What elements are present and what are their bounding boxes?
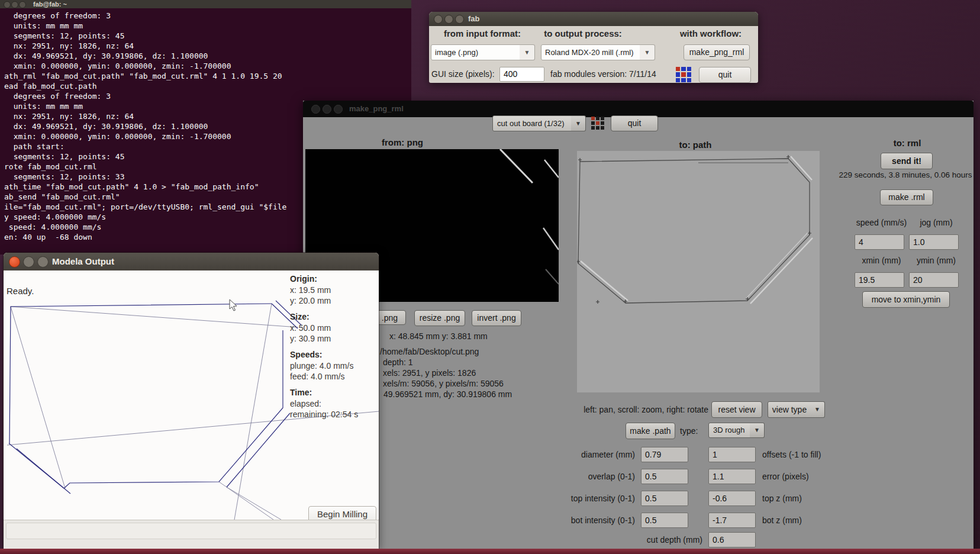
resize-png-button[interactable]: resize .png bbox=[414, 310, 465, 326]
close-icon[interactable] bbox=[4, 1, 11, 8]
close-icon[interactable] bbox=[311, 105, 320, 114]
feed-speed: feed: 4.0 mm/s bbox=[290, 372, 345, 381]
terminal-line: units: mm mm mm bbox=[4, 101, 83, 111]
cut-depth-input[interactable]: 0.6 bbox=[708, 532, 756, 547]
error-input[interactable]: 1.1 bbox=[708, 469, 756, 484]
minimize-icon[interactable] bbox=[444, 15, 453, 24]
invert-png-button[interactable]: invert .png bbox=[472, 310, 521, 326]
png-info-line: xels/m: 59056, y pixels/m: 59056 bbox=[383, 379, 504, 388]
modela-title: Modela Output bbox=[52, 256, 114, 266]
input-format-select[interactable]: image (.png) bbox=[431, 44, 521, 60]
fab-titlebar[interactable]: fab bbox=[429, 12, 758, 26]
speed-label: speed (mm/s) bbox=[847, 218, 915, 227]
preset-select[interactable]: cut out board (1/32) bbox=[492, 115, 572, 131]
make-rml-button[interactable]: make .rml bbox=[880, 189, 933, 205]
fab-window-title: fab bbox=[468, 14, 480, 23]
desktop: fab@fab: ~ degrees of freedom: 3 units: … bbox=[0, 0, 980, 554]
png-info-line: 49.969521 mm, dy: 30.919806 mm bbox=[383, 389, 512, 399]
close-icon[interactable] bbox=[9, 256, 20, 268]
speeds-header: Speeds: bbox=[290, 350, 322, 359]
terminal-line: nx: 2951, ny: 1826, nz: 64 bbox=[4, 41, 134, 51]
top-intensity-input[interactable]: 0.5 bbox=[641, 491, 688, 506]
chevron-down-icon[interactable]: ▼ bbox=[750, 423, 765, 438]
minimize-icon[interactable] bbox=[323, 105, 331, 114]
maximize-icon[interactable] bbox=[455, 15, 464, 24]
milling-time-text: 229 seconds, 3.8 minutes, 0.06 hours bbox=[814, 170, 980, 179]
diameter-input[interactable]: 0.79 bbox=[641, 447, 688, 462]
chevron-down-icon[interactable]: ▼ bbox=[571, 115, 586, 131]
origin-header: Origin: bbox=[290, 274, 317, 284]
bot-intensity-input[interactable]: 0.5 bbox=[641, 513, 688, 528]
png-info-line: xels: 2951, y pixels: 1826 bbox=[383, 368, 476, 378]
param-label: top intensity (0-1) bbox=[517, 494, 635, 503]
terminal-line: dx: 49.969521, dy: 30.919806, dz: 1.1000… bbox=[4, 51, 208, 61]
fab-window: fab from input format: to output process… bbox=[429, 12, 758, 83]
minimize-icon[interactable] bbox=[23, 256, 34, 268]
jog-input[interactable]: 1.0 bbox=[909, 234, 959, 250]
close-icon[interactable] bbox=[434, 15, 443, 24]
status-field bbox=[6, 523, 376, 539]
mouse-cursor-icon bbox=[229, 299, 238, 312]
file-path-text: /home/fab/Desktop/cut.png bbox=[380, 347, 479, 356]
quit-button[interactable]: quit bbox=[699, 67, 751, 83]
move-to-xmin-ymin-button[interactable]: move to xmin,ymin bbox=[862, 291, 950, 308]
terminal-line: segments: 12, points: 45 bbox=[4, 31, 125, 41]
chevron-down-icon[interactable]: ▼ bbox=[520, 44, 535, 60]
make-png-rml-title: make_png_rml bbox=[349, 104, 404, 113]
status-text: Ready. bbox=[7, 286, 34, 296]
ymin-input[interactable]: 20 bbox=[909, 272, 959, 288]
modela-titlebar[interactable]: Modela Output bbox=[4, 253, 379, 270]
to-rml-header: to: rml bbox=[866, 138, 949, 148]
minimize-icon[interactable] bbox=[11, 1, 18, 8]
path-view-canvas[interactable] bbox=[577, 151, 820, 392]
terminal-line: segments: 12, points: 45 bbox=[4, 152, 125, 162]
maximize-icon[interactable] bbox=[37, 256, 49, 268]
jog-label: jog (mm) bbox=[913, 218, 960, 227]
make-path-button[interactable]: make .path bbox=[626, 423, 675, 439]
overlap-input[interactable]: 0.5 bbox=[641, 469, 688, 484]
terminal-line: y speed: 4.000000 mm/s bbox=[4, 212, 106, 222]
ymin-label: ymin (mm) bbox=[913, 256, 960, 265]
time-header: Time: bbox=[290, 388, 312, 397]
cursor-position-text: x: 48.845 mm y: 3.881 mm bbox=[389, 331, 488, 341]
quit-button[interactable]: quit bbox=[611, 115, 658, 131]
make-png-rml-window: make_png_rml cut out board (1/32) ▼ quit… bbox=[303, 101, 973, 554]
terminal-line: ath_time "fab_mod_cut.path" 4 1.0 > "fab… bbox=[4, 182, 259, 192]
fab-logo-icon bbox=[591, 117, 604, 130]
param-label: diameter (mm) bbox=[517, 450, 635, 459]
send-it-button[interactable]: send it! bbox=[881, 153, 933, 169]
workflow-button[interactable]: make_png_rml bbox=[684, 44, 750, 60]
origin-y: y: 20.0 mm bbox=[290, 296, 331, 305]
time-remaining: remaining: 02:54 s bbox=[290, 410, 358, 419]
maximize-icon[interactable] bbox=[19, 1, 26, 8]
offsets-input[interactable]: 1 bbox=[708, 447, 756, 462]
gui-size-input[interactable]: 400 bbox=[499, 67, 544, 82]
output-process-label: to output process: bbox=[536, 28, 630, 38]
terminal-line: ath_rml "fab_mod_cut.path" "fab_mod_cut.… bbox=[4, 71, 282, 81]
bottom-strip bbox=[0, 549, 980, 554]
maximize-icon[interactable] bbox=[334, 105, 343, 114]
terminal-line: rote fab_mod_cut.rml bbox=[4, 162, 97, 172]
terminal-line: xmin: 0.000000, ymin: 0.000000, zmin: -1… bbox=[4, 131, 231, 141]
time-elapsed: elapsed: bbox=[290, 399, 321, 408]
terminal-line: ab_send "fab_mod_cut.rml" bbox=[4, 192, 120, 202]
chevron-down-icon[interactable]: ▼ bbox=[640, 44, 655, 60]
chevron-down-icon[interactable]: ▼ bbox=[810, 401, 825, 418]
xmin-label: xmin (mm) bbox=[847, 256, 915, 265]
bot-z-input[interactable]: -1.7 bbox=[708, 513, 756, 528]
xmin-input[interactable]: 19.5 bbox=[855, 272, 904, 288]
reset-view-button[interactable]: reset view bbox=[711, 401, 762, 418]
output-process-select[interactable]: Roland MDX-20 mill (.rml) bbox=[541, 44, 641, 60]
size-y: y: 30.9 mm bbox=[290, 334, 331, 343]
top-z-input[interactable]: -0.6 bbox=[708, 491, 756, 506]
terminal-titlebar[interactable]: fab@fab: ~ bbox=[0, 0, 411, 8]
terminal-line: ile="fab_mod_cut.rml"; port=/dev/ttyUSB0… bbox=[4, 202, 286, 212]
size-header: Size: bbox=[290, 312, 310, 321]
view-type-button[interactable]: view type bbox=[768, 401, 811, 418]
milling-preview-canvas[interactable] bbox=[4, 270, 379, 520]
param-label: overlap (0-1) bbox=[517, 472, 635, 481]
make-png-rml-titlebar[interactable]: make_png_rml bbox=[303, 101, 973, 117]
speed-input[interactable]: 4 bbox=[855, 234, 904, 250]
path-type-select[interactable]: 3D rough bbox=[708, 423, 751, 438]
path-view-hint: left: pan, scroll: zoom, right: rotate bbox=[531, 405, 708, 414]
